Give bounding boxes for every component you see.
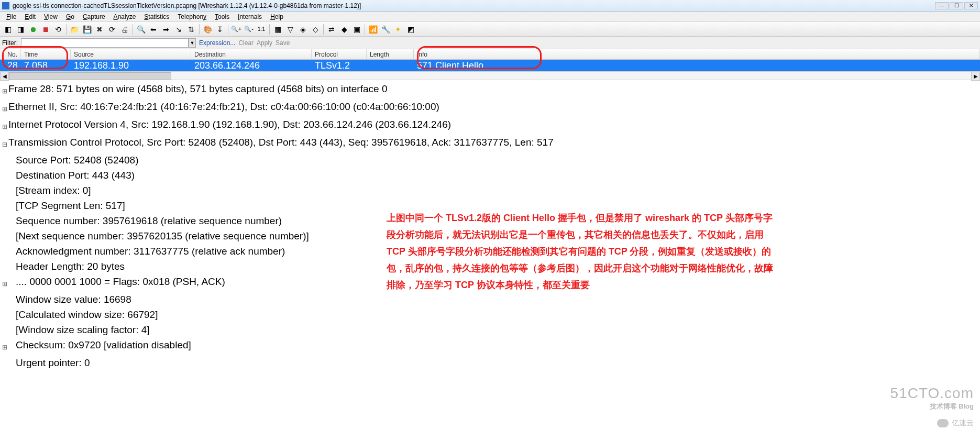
- col-destination[interactable]: Destination: [191, 49, 312, 59]
- watermark-yisu: 亿速云: [937, 419, 974, 428]
- detail-ethernet[interactable]: ⊞Ethernet II, Src: 40:16:7e:24:fb:21 (40…: [1, 99, 980, 117]
- minimize-button[interactable]: —: [935, 2, 949, 9]
- save-link[interactable]: Save: [276, 39, 290, 47]
- scroll-left-icon[interactable]: ◀: [0, 72, 9, 81]
- options-icon[interactable]: [15, 24, 26, 35]
- menu-statistics[interactable]: Statistics: [140, 13, 173, 20]
- scroll-right-icon[interactable]: ▶: [971, 72, 980, 81]
- detail-ip[interactable]: ⊞Internet Protocol Version 4, Src: 192.1…: [1, 117, 980, 135]
- detail-dstport[interactable]: Destination Port: 443 (443): [1, 168, 980, 183]
- stop-capture-icon[interactable]: [40, 24, 51, 35]
- display-filter-icon[interactable]: [284, 24, 296, 35]
- col-source[interactable]: Source: [71, 49, 191, 59]
- detail-cksum[interactable]: ⊞Checksum: 0x9720 [validation disabled]: [1, 337, 980, 355]
- menu-file[interactable]: File: [2, 13, 20, 20]
- cloud-icon: [937, 419, 949, 427]
- clear-link[interactable]: Clear: [238, 39, 254, 47]
- titlebar: google ssl-tls connection-cachedTLSsessi…: [0, 0, 980, 12]
- collapse-icon[interactable]: ⊟: [1, 135, 8, 152]
- goto-first-icon[interactable]: [185, 24, 197, 35]
- menu-capture[interactable]: Capture: [79, 13, 109, 20]
- cell-time: 7.058: [21, 60, 71, 71]
- cell-source: 192.168.1.90: [71, 60, 191, 71]
- cell-destination: 203.66.124.246: [191, 60, 312, 71]
- expression-link[interactable]: Expression...: [199, 39, 235, 47]
- flow-icon[interactable]: [351, 24, 362, 35]
- interfaces-icon[interactable]: [2, 24, 14, 35]
- menu-edit[interactable]: Edit: [20, 13, 40, 20]
- toolbar: 🖨 ⬅ ➡ ↘ 🎨 ↧: [0, 22, 980, 37]
- window-title: google ssl-tls connection-cachedTLSsessi…: [13, 2, 361, 9]
- col-protocol[interactable]: Protocol: [312, 49, 367, 59]
- scroll-thumb[interactable]: [9, 72, 171, 80]
- cell-info: 571 Client Hello: [414, 60, 980, 71]
- coloring-rules-icon[interactable]: [310, 24, 321, 35]
- menubar: File Edit View Go Capture Analyze Statis…: [0, 12, 980, 22]
- resize-cols-icon[interactable]: [272, 24, 283, 35]
- watermark-51cto: 51CTO.com 技术博客 Blog: [890, 385, 974, 411]
- reload-icon[interactable]: [106, 24, 118, 35]
- packet-row[interactable]: 28 7.058 192.168.1.90 203.66.124.246 TLS…: [0, 60, 980, 71]
- detail-stream[interactable]: [Stream index: 0]: [1, 183, 980, 198]
- find-icon[interactable]: [135, 24, 147, 35]
- close-file-icon[interactable]: [94, 24, 105, 35]
- help-icon[interactable]: [392, 24, 404, 35]
- preferences-icon[interactable]: [380, 24, 391, 35]
- col-no[interactable]: No.: [0, 49, 21, 59]
- goback-icon[interactable]: ⬅: [148, 24, 159, 35]
- menu-view[interactable]: View: [40, 13, 62, 20]
- annotation-text: 上图中同一个 TLSv1.2版的 Client Hello 握手包，但是禁用了 …: [387, 210, 774, 293]
- expand-icon[interactable]: ⊞: [1, 337, 8, 355]
- apply-link[interactable]: Apply: [257, 39, 272, 47]
- filter-label: Filter:: [2, 39, 18, 47]
- menu-telephony[interactable]: Telephony: [173, 13, 211, 20]
- detail-wsf[interactable]: [Window size scaling factor: 4]: [1, 322, 980, 337]
- detail-urg[interactable]: Urgent pointer: 0: [1, 355, 980, 370]
- filter-input[interactable]: [21, 38, 189, 48]
- col-length[interactable]: Length: [367, 49, 414, 59]
- maximize-button[interactable]: ☐: [950, 2, 963, 9]
- menu-analyze[interactable]: Analyze: [109, 13, 140, 20]
- open-icon[interactable]: [69, 24, 80, 35]
- menu-tools[interactable]: Tools: [211, 13, 234, 20]
- expand-icon[interactable]: ⊞: [1, 117, 8, 135]
- detail-tcp[interactable]: ⊟Transmission Control Protocol, Src Port…: [1, 135, 980, 152]
- detail-cwin[interactable]: [Calculated window size: 66792]: [1, 307, 980, 322]
- filter-dropdown-icon[interactable]: ▼: [189, 38, 196, 48]
- zoom-in-icon[interactable]: [230, 24, 242, 35]
- expand-icon[interactable]: ⊞: [1, 99, 8, 117]
- cell-no: 28: [0, 60, 21, 71]
- conversations-icon[interactable]: [326, 24, 337, 35]
- zoom-out-icon[interactable]: [243, 24, 255, 35]
- col-time[interactable]: Time: [21, 49, 71, 59]
- filter-bar: Filter: ▼ Expression... Clear Apply Save: [0, 37, 980, 49]
- wireshark-icon: [2, 2, 9, 9]
- restart-capture-icon[interactable]: [52, 24, 64, 35]
- menu-go[interactable]: Go: [62, 13, 79, 20]
- cell-protocol: TLSv1.2: [312, 60, 367, 71]
- capture-filter-icon[interactable]: [297, 24, 309, 35]
- start-capture-icon[interactable]: [27, 24, 39, 35]
- about-icon[interactable]: [405, 24, 416, 35]
- goforward-icon[interactable]: ➡: [160, 24, 172, 35]
- expand-icon[interactable]: ⊞: [1, 274, 8, 292]
- packet-list-header: No. Time Source Destination Protocol Len…: [0, 49, 980, 60]
- colorize-icon[interactable]: 🎨: [202, 24, 213, 35]
- col-info[interactable]: Info: [414, 49, 980, 59]
- goto-icon[interactable]: ↘: [173, 24, 184, 35]
- wireless-icon[interactable]: [367, 24, 379, 35]
- print-icon[interactable]: 🖨: [119, 24, 130, 35]
- save-icon[interactable]: [81, 24, 93, 35]
- menu-internals[interactable]: Internals: [234, 13, 266, 20]
- h-scrollbar[interactable]: ◀ ▶: [0, 71, 980, 80]
- detail-srcport[interactable]: Source Port: 52408 (52408): [1, 152, 980, 168]
- expand-icon[interactable]: ⊞: [1, 81, 8, 99]
- zoom-100-icon[interactable]: [256, 24, 267, 35]
- autoscroll-icon[interactable]: ↧: [214, 24, 226, 35]
- detail-win[interactable]: Window size value: 16698: [1, 292, 980, 307]
- detail-frame[interactable]: ⊞Frame 28: 571 bytes on wire (4568 bits)…: [1, 81, 980, 99]
- endpoints-icon[interactable]: [338, 24, 350, 35]
- menu-help[interactable]: Help: [266, 13, 288, 20]
- close-button[interactable]: ✕: [964, 2, 978, 9]
